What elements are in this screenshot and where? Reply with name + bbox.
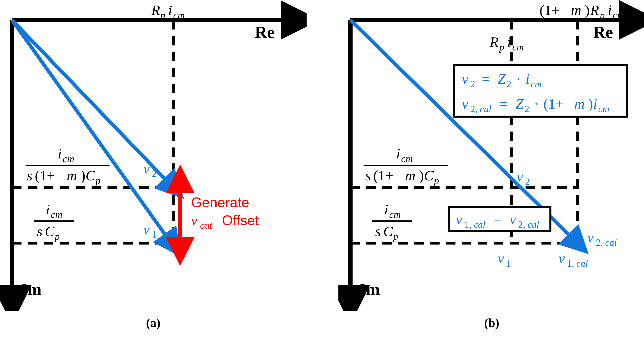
svg-text:i: i xyxy=(384,201,388,217)
svg-text:p: p xyxy=(434,175,439,186)
svg-text:cal: cal xyxy=(480,104,492,114)
svg-text:(1+: (1+ xyxy=(544,96,564,112)
svg-text:2: 2 xyxy=(152,168,157,179)
vector-v2 xyxy=(12,20,166,180)
svg-text:=: = xyxy=(494,211,502,227)
v1cal-label: v 1, cal xyxy=(558,250,588,269)
svg-text:v: v xyxy=(510,211,516,227)
svg-text:p: p xyxy=(54,231,60,242)
svg-text:cm: cm xyxy=(63,153,74,164)
y-tick-lower: i cm s C p xyxy=(34,201,74,242)
svg-text:p: p xyxy=(499,42,504,53)
svg-text:m: m xyxy=(574,96,585,112)
v2cal-label: v 2, cal xyxy=(587,229,617,248)
caption-b: (b) xyxy=(338,316,644,330)
svg-text:): ) xyxy=(80,168,86,184)
svg-text:v: v xyxy=(456,211,462,227)
svg-text:cm: cm xyxy=(51,209,62,220)
im-axis-label: Im xyxy=(359,280,380,298)
svg-text:cal: cal xyxy=(528,219,539,230)
svg-text:v: v xyxy=(143,221,150,237)
svg-text:p: p xyxy=(599,10,605,21)
svg-text:=: = xyxy=(500,96,508,112)
svg-text:i: i xyxy=(168,2,172,18)
svg-text:C: C xyxy=(45,223,54,239)
svg-text:(1+: (1+ xyxy=(35,168,55,184)
svg-text:R: R xyxy=(151,2,160,18)
svg-text:cm: cm xyxy=(389,209,401,220)
svg-text:Offset: Offset xyxy=(222,213,259,228)
svg-text:cm: cm xyxy=(512,42,524,53)
svg-text:R: R xyxy=(490,34,498,50)
svg-text:i: i xyxy=(58,146,62,162)
svg-text:i: i xyxy=(593,96,597,112)
svg-text:m: m xyxy=(405,168,416,184)
svg-text:cm: cm xyxy=(613,10,624,21)
svg-text:1: 1 xyxy=(506,258,511,269)
svg-text:1,: 1, xyxy=(464,219,472,230)
svg-text:v: v xyxy=(498,250,504,266)
svg-text:p: p xyxy=(392,231,398,242)
svg-text:s: s xyxy=(37,223,42,239)
svg-text:v: v xyxy=(462,71,468,87)
top-tick-inner: R p i cm xyxy=(490,34,524,53)
offset-text: Generate v out Offset xyxy=(191,195,259,231)
svg-text:out: out xyxy=(200,220,212,231)
svg-text:1,: 1, xyxy=(567,258,574,269)
re-axis-label: Re xyxy=(255,23,274,42)
svg-text:i: i xyxy=(526,71,530,87)
v1-label: v 1 xyxy=(143,221,157,240)
svg-text:cm: cm xyxy=(173,10,185,21)
svg-text:cm: cm xyxy=(598,104,609,114)
svg-text:Z: Z xyxy=(498,71,506,87)
svg-text:cal: cal xyxy=(576,258,588,269)
svg-text:v: v xyxy=(516,169,523,185)
svg-text:i: i xyxy=(396,146,400,162)
svg-text:cm: cm xyxy=(530,79,542,89)
svg-text:Z: Z xyxy=(516,96,524,112)
vector-v1 xyxy=(12,20,166,236)
svg-text:): ) xyxy=(588,96,593,112)
svg-text:m: m xyxy=(571,2,581,18)
svg-text:): ) xyxy=(585,2,590,18)
svg-text:cal: cal xyxy=(474,219,486,230)
svg-text:·: · xyxy=(516,71,520,87)
v1-label: v 1 xyxy=(498,250,511,269)
svg-text:C: C xyxy=(424,168,434,184)
svg-text:·: · xyxy=(534,96,538,112)
svg-text:v: v xyxy=(191,213,198,228)
svg-text:cal: cal xyxy=(605,237,617,248)
svg-text:=: = xyxy=(482,71,490,87)
svg-text:i: i xyxy=(608,2,612,18)
svg-text:v: v xyxy=(587,229,594,245)
y-tick-upper: i cm s (1+ m ) C p xyxy=(364,146,448,186)
svg-text:): ) xyxy=(419,168,424,184)
svg-text:C: C xyxy=(383,223,393,239)
svg-text:m: m xyxy=(67,168,77,184)
svg-text:2,: 2, xyxy=(470,104,478,114)
svg-text:p: p xyxy=(95,175,100,186)
svg-text:2: 2 xyxy=(470,79,475,89)
svg-text:1: 1 xyxy=(152,229,157,240)
svg-text:s: s xyxy=(365,168,371,184)
im-axis-label: Im xyxy=(21,280,42,298)
svg-text:(1+: (1+ xyxy=(540,2,560,18)
svg-text:2: 2 xyxy=(507,79,512,89)
svg-text:2,: 2, xyxy=(596,237,603,248)
caption-a: (a) xyxy=(0,316,306,330)
svg-text:p: p xyxy=(160,10,165,21)
svg-text:C: C xyxy=(86,168,95,184)
re-axis-label: Re xyxy=(593,23,613,42)
vector-v2cal xyxy=(350,20,570,236)
svg-text:v: v xyxy=(558,250,565,266)
svg-text:2: 2 xyxy=(524,104,529,114)
svg-text:(1+: (1+ xyxy=(373,168,393,184)
svg-text:v: v xyxy=(143,161,150,177)
svg-text:R: R xyxy=(590,2,599,18)
svg-text:i: i xyxy=(46,201,50,217)
v2-label: v 2 xyxy=(516,169,530,187)
svg-text:2,: 2, xyxy=(518,219,525,230)
panel-b: Re Im (1+ m ) R p i cm R p xyxy=(338,0,644,337)
svg-text:i: i xyxy=(507,34,511,50)
svg-text:cm: cm xyxy=(401,153,413,164)
